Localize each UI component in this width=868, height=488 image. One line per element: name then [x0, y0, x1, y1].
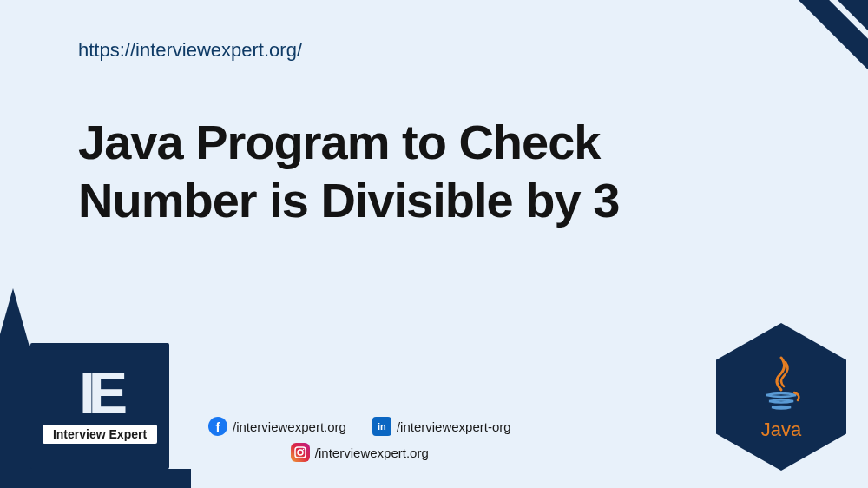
- logo-initials: IE: [79, 368, 121, 419]
- linkedin-link[interactable]: in /interviewexpert-org: [372, 417, 511, 436]
- facebook-handle: /interviewexpert.org: [233, 419, 346, 434]
- logo-name: Interview Expert: [43, 425, 157, 444]
- svg-point-1: [298, 450, 303, 455]
- instagram-icon: [291, 443, 310, 462]
- social-links-container: f /interviewexpert.org in /interviewexpe…: [208, 417, 511, 462]
- decorative-stripes: [694, 0, 868, 87]
- linkedin-icon: in: [372, 417, 391, 436]
- instagram-link[interactable]: /interviewexpert.org: [291, 443, 429, 462]
- java-logo-icon: [758, 353, 806, 414]
- java-badge: Java: [716, 323, 846, 471]
- decorative-bar: [0, 469, 191, 488]
- instagram-handle: /interviewexpert.org: [315, 445, 429, 460]
- social-row-1: f /interviewexpert.org in /interviewexpe…: [208, 417, 511, 436]
- svg-rect-0: [295, 447, 306, 458]
- facebook-icon: f: [208, 417, 227, 436]
- facebook-link[interactable]: f /interviewexpert.org: [208, 417, 346, 436]
- stripe-2: [745, 0, 868, 100]
- site-logo: IE Interview Expert: [30, 343, 169, 469]
- hexagon-shape: Java: [716, 323, 846, 471]
- site-url[interactable]: https://interviewexpert.org/: [78, 39, 302, 62]
- social-row-2: /interviewexpert.org: [291, 443, 429, 462]
- linkedin-handle: /interviewexpert-org: [397, 419, 511, 434]
- svg-point-2: [303, 449, 305, 451]
- title-line-1: Java Program to Check: [78, 113, 619, 171]
- title-line-2: Number is Divisible by 3: [78, 171, 619, 229]
- java-label: Java: [761, 419, 801, 441]
- page-title: Java Program to Check Number is Divisibl…: [78, 113, 619, 229]
